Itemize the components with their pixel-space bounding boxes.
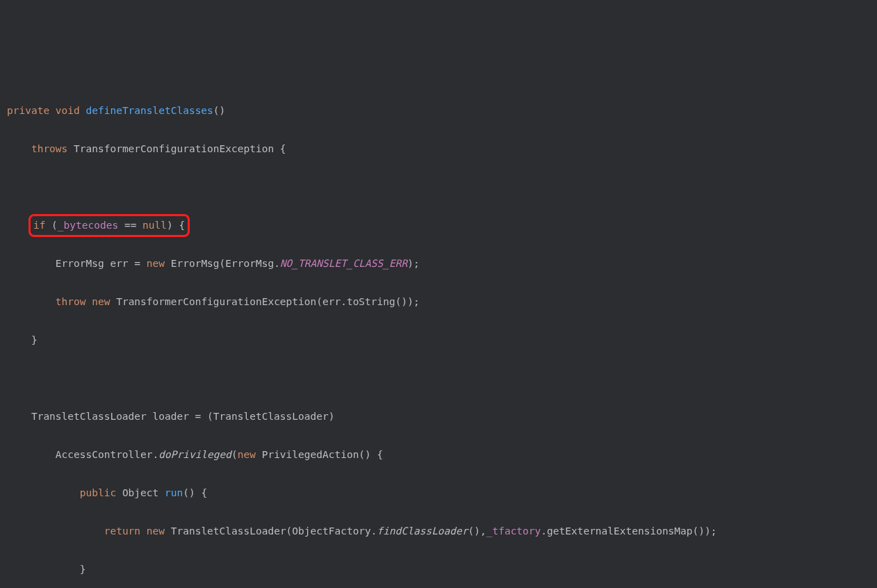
code-line: throws TransformerConfigurationException…: [7, 140, 870, 159]
code-editor[interactable]: private void defineTransletClasses() thr…: [7, 82, 870, 588]
highlight-box-1: if (_bytecodes == null) {: [28, 214, 190, 238]
code-line: }: [7, 331, 870, 350]
code-line: ErrorMsg err = new ErrorMsg(ErrorMsg.NO_…: [7, 254, 870, 274]
code-line: }: [7, 560, 870, 580]
highlighted-line-1: if (_bytecodes == null) {: [7, 216, 870, 236]
blank-line: [7, 369, 870, 389]
code-line: TransletClassLoader loader = (TransletCl…: [7, 407, 870, 427]
code-line: AccessController.doPrivileged(new Privil…: [7, 446, 870, 465]
code-line: public Object run() {: [7, 484, 870, 503]
code-line: private void defineTransletClasses(): [7, 101, 870, 121]
code-line: throw new TransformerConfigurationExcept…: [7, 293, 870, 312]
code-line: return new TransletClassLoader(ObjectFac…: [7, 522, 870, 541]
blank-line: [7, 178, 870, 197]
